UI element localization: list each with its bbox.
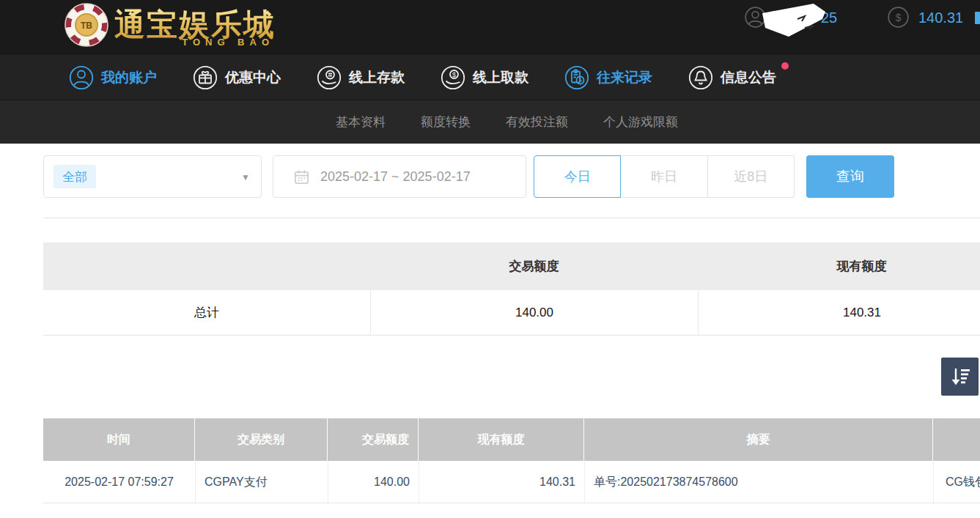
balance-amount: 140.31 [918, 10, 963, 26]
nav-item-promotions[interactable]: 优惠中心 [192, 64, 281, 91]
bell-icon [688, 64, 714, 91]
svg-text:$: $ [452, 71, 456, 78]
quick-button-today[interactable]: 今日 [534, 155, 621, 198]
main-nav: 我的账户 优惠中心 [0, 55, 980, 100]
coin-deposit-icon [316, 64, 342, 91]
subnav-item-game-limits[interactable]: 个人游戏限额 [603, 114, 678, 130]
divider [43, 218, 980, 218]
col-header-current-amount: 现有额度 [419, 418, 584, 461]
svg-text:$: $ [896, 12, 902, 23]
calendar-icon [293, 169, 310, 185]
summary-trade-amount: 140.00 [370, 290, 698, 335]
quick-button-last-8-days[interactable]: 近8日 [708, 155, 795, 198]
transactions-table: 时间 交易类别 交易额度 现有额度 摘要 备注 2025-02-17 07:59… [43, 418, 980, 503]
caret-down-icon: ▼ [241, 172, 250, 182]
summary-table: 交易额度 现有额度 总计 140.00 140.31 [43, 243, 980, 336]
nav-item-withdraw[interactable]: $ 线上取款 [440, 64, 528, 91]
svg-text:TB: TB [81, 21, 92, 31]
summary-total-row: 总计 140.00 140.31 [43, 290, 980, 336]
summary-current-amount: 140.31 [698, 290, 980, 335]
type-select[interactable]: 全部 ▼ [43, 155, 262, 198]
date-range-value: 2025-02-17 ~ 2025-02-17 [320, 169, 471, 185]
nav-item-deposit[interactable]: 线上存款 [316, 64, 405, 91]
cell-trade-amount: 140.00 [328, 461, 419, 503]
cell-summary: 单号:202502173874578600 [584, 461, 933, 503]
site-logo[interactable]: TB 通宝娱乐城 TONG BAO [63, 1, 276, 48]
search-button[interactable]: 查询 [806, 155, 894, 198]
user-circle-icon [68, 64, 95, 91]
type-select-value: 全部 [54, 165, 96, 188]
subnav-item-valid-bets[interactable]: 有效投注额 [506, 114, 568, 130]
balance-currency-partial [975, 12, 980, 24]
col-header-trade-amount: 交易额度 [328, 418, 419, 461]
col-header-time: 时间 [43, 418, 195, 461]
col-header-summary: 摘要 [584, 418, 933, 461]
summary-header-trade-amount: 交易额度 [370, 243, 698, 290]
redaction-scribble [759, 3, 834, 40]
sort-descending-icon [949, 366, 971, 388]
subnav-item-basic-info[interactable]: 基本资料 [336, 114, 386, 130]
sub-nav: 基本资料 额度转换 有效投注额 个人游戏限额 [0, 100, 980, 144]
sort-descending-button[interactable] [941, 358, 979, 396]
page: TB 通宝娱乐城 TONG BAO 25 [0, 0, 980, 518]
quick-button-yesterday[interactable]: 昨日 [621, 155, 707, 198]
cell-remark: CG钱包 [933, 461, 980, 503]
cell-current-amount: 140.31 [419, 461, 584, 503]
col-header-remark: 备注 [933, 418, 980, 461]
poker-chip-icon: TB [63, 1, 110, 48]
quick-date-group: 今日 昨日 近8日 [534, 155, 795, 198]
summary-header-current-amount: 现有额度 [698, 243, 980, 290]
dollar-circle-icon: $ [887, 6, 910, 29]
summary-header-row: 交易额度 现有额度 [43, 243, 980, 290]
gift-icon [192, 64, 218, 91]
transactions-header-row: 时间 交易类别 交易额度 现有额度 摘要 备注 [43, 418, 980, 461]
cell-type: CGPAY支付 [195, 461, 328, 503]
summary-total-label: 总计 [43, 290, 370, 335]
notification-dot [781, 62, 789, 70]
summary-header-empty [43, 243, 370, 290]
table-row: 2025-02-17 07:59:27 CGPAY支付 140.00 140.3… [43, 461, 980, 503]
nav-item-records[interactable]: 往来记录 [564, 64, 652, 91]
filter-row: 全部 ▼ 2025-02-17 ~ 2025-02-17 今日 昨日 近8日 查… [43, 155, 980, 198]
clipboard-clock-icon [564, 64, 590, 91]
date-range-input[interactable]: 2025-02-17 ~ 2025-02-17 [273, 155, 526, 198]
nav-item-my-account[interactable]: 我的账户 [68, 64, 157, 91]
nav-item-announcements[interactable]: 信息公告 [688, 64, 776, 91]
col-header-type: 交易类别 [195, 418, 328, 461]
logo-subtitle: TONG BAO [182, 37, 274, 48]
coin-withdraw-icon: $ [440, 64, 466, 91]
top-header: TB 通宝娱乐城 TONG BAO 25 [0, 0, 980, 55]
subnav-item-quota-transfer[interactable]: 额度转换 [421, 114, 471, 130]
cell-time: 2025-02-17 07:59:27 [43, 461, 195, 503]
